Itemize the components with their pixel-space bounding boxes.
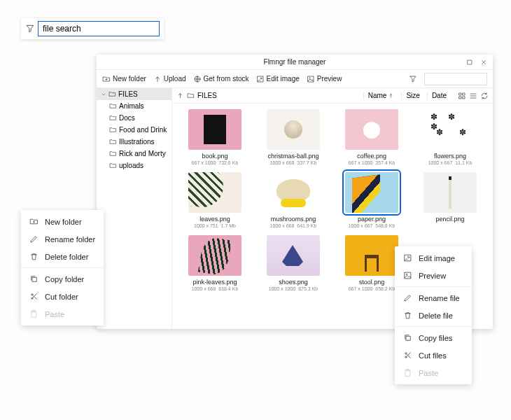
svg-point-20 <box>405 356 407 358</box>
column-name[interactable]: Name <box>363 92 399 99</box>
thumbnail <box>188 172 241 213</box>
svg-rect-0 <box>468 60 472 64</box>
sidebar-item[interactable]: Illustrations <box>97 136 172 148</box>
svg-point-21 <box>405 353 407 354</box>
sidebar: FILES Animals Docs Food and Drink Illust… <box>97 88 172 329</box>
file-item[interactable]: book.png667 x 1000 732.6 Kb <box>178 109 252 165</box>
thumbnail <box>267 172 320 213</box>
list-view-icon[interactable] <box>469 92 477 100</box>
file-context-menu: Edit image Preview Rename file Delete fi… <box>395 246 472 384</box>
titlebar: Flmngr file manager <box>97 55 493 70</box>
thumbnail <box>424 109 477 150</box>
trash-icon <box>403 311 413 320</box>
edit-image-button[interactable]: Edit image <box>256 75 300 83</box>
breadcrumb-path[interactable]: FILES <box>197 92 217 99</box>
breadcrumb: FILES Name Size Date <box>172 88 493 104</box>
svg-rect-4 <box>308 76 314 82</box>
thumbnail <box>188 109 241 150</box>
menu-paste: Paste <box>21 305 104 323</box>
svg-rect-8 <box>459 97 461 99</box>
svg-point-3 <box>260 78 262 79</box>
clipboard-icon <box>403 368 413 377</box>
svg-point-18 <box>406 274 407 274</box>
menu-paste: Paste <box>395 364 472 382</box>
svg-rect-10 <box>32 277 36 281</box>
svg-point-11 <box>31 298 33 299</box>
thumbnail <box>424 172 477 213</box>
search-input[interactable] <box>38 21 160 36</box>
thumbnail <box>345 109 398 150</box>
folder-plus-icon <box>29 217 39 226</box>
svg-point-16 <box>408 256 410 258</box>
thumbnail <box>267 235 320 276</box>
file-item[interactable]: christmas-ball.png1000 x 668 337.7 Kb <box>256 109 330 165</box>
upload-button[interactable]: Upload <box>153 75 186 83</box>
get-stock-button[interactable]: Get from stock <box>193 75 249 83</box>
trash-icon <box>29 252 39 261</box>
toolbar-search-input[interactable] <box>424 73 487 85</box>
scissors-icon <box>403 351 413 360</box>
edit-image-icon <box>403 253 413 262</box>
file-item[interactable]: coffee.png667 x 1000 357.4 Kb <box>335 109 409 165</box>
clipboard-icon <box>29 309 39 318</box>
toolbar-filter-icon[interactable] <box>409 75 417 83</box>
column-size[interactable]: Size <box>401 92 424 99</box>
copy-icon <box>29 274 39 284</box>
thumbnail <box>345 172 398 213</box>
copy-icon <box>403 333 413 342</box>
thumbnail <box>188 235 241 276</box>
sidebar-root[interactable]: FILES <box>97 88 172 100</box>
menu-copy-files[interactable]: Copy files <box>395 329 472 346</box>
pencil-icon <box>29 234 39 244</box>
menu-rename-file[interactable]: Rename file <box>395 289 472 307</box>
column-date[interactable]: Date <box>427 92 451 99</box>
menu-delete-file[interactable]: Delete file <box>395 307 472 324</box>
menu-cut-files[interactable]: Cut files <box>395 346 472 364</box>
svg-rect-19 <box>406 336 410 340</box>
menu-new-folder[interactable]: New folder <box>21 213 104 230</box>
menu-copy-folder[interactable]: Copy folder <box>21 270 104 288</box>
svg-rect-6 <box>459 93 461 95</box>
up-folder-icon[interactable] <box>176 92 184 99</box>
menu-rename-folder[interactable]: Rename folder <box>21 230 104 248</box>
sidebar-item[interactable]: Docs <box>97 112 172 124</box>
sidebar-item[interactable]: Food and Drink <box>97 124 172 136</box>
maximize-icon[interactable] <box>465 57 475 67</box>
sidebar-item[interactable]: Animals <box>97 100 172 112</box>
thumbnail <box>345 235 398 276</box>
preview-icon <box>403 271 413 280</box>
svg-rect-7 <box>463 93 465 95</box>
sidebar-item[interactable]: Rick and Morty <box>97 148 172 160</box>
file-item-selected[interactable]: paper.png1000 x 667 548.8 Kb <box>335 172 409 228</box>
file-item[interactable]: flowers.png1000 x 667 11.1 Kb <box>413 109 487 165</box>
svg-point-12 <box>31 294 33 295</box>
menu-delete-folder[interactable]: Delete folder <box>21 248 104 265</box>
thumbnail <box>267 109 320 150</box>
menu-cut-folder[interactable]: Cut folder <box>21 288 104 305</box>
search-bar <box>21 18 164 39</box>
close-icon[interactable] <box>479 57 489 67</box>
window-title: Flmngr file manager <box>264 58 326 66</box>
refresh-icon[interactable] <box>480 92 489 100</box>
menu-edit-image[interactable]: Edit image <box>395 249 472 267</box>
svg-point-5 <box>309 78 310 78</box>
sidebar-item[interactable]: uploads <box>97 160 172 172</box>
filter-icon <box>25 24 35 34</box>
file-item[interactable]: mushrooms.png1000 x 668 641.9 Kb <box>256 172 330 228</box>
grid-view-icon[interactable] <box>458 92 466 100</box>
file-item[interactable]: shoes.png1000 x 1000 875.3 Kb <box>256 235 330 291</box>
pencil-icon <box>403 293 413 302</box>
preview-button[interactable]: Preview <box>307 75 342 83</box>
folder-context-menu: New folder Rename folder Delete folder C… <box>21 210 104 326</box>
new-folder-button[interactable]: New folder <box>102 75 146 83</box>
menu-preview[interactable]: Preview <box>395 267 472 284</box>
toolbar: New folder Upload Get from stock Edit im… <box>97 70 493 88</box>
file-item[interactable]: pencil.png <box>413 172 487 228</box>
file-item[interactable]: leaves.png1000 x 751 1.7 Mb <box>178 172 252 228</box>
svg-rect-17 <box>405 272 411 279</box>
scissors-icon <box>29 292 39 301</box>
file-item[interactable]: pink-leaves.png1000 x 668 818.4 Kb <box>178 235 252 291</box>
svg-rect-9 <box>463 97 465 99</box>
